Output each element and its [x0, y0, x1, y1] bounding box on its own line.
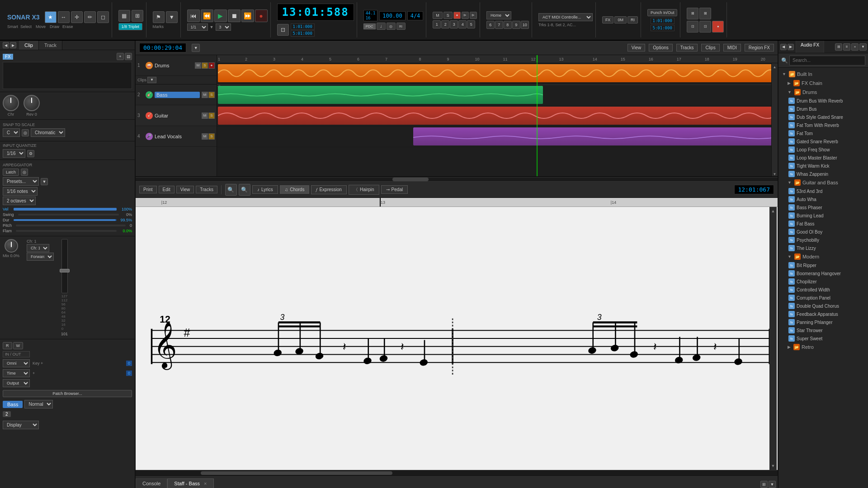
- arp-presets-arrow[interactable]: ▼: [41, 178, 48, 185]
- draw-tool-btn[interactable]: ✏: [84, 11, 96, 23]
- tab-clip[interactable]: Clip: [19, 41, 39, 50]
- fast-forward-btn[interactable]: ⏩: [241, 9, 254, 22]
- fx-btn[interactable]: FX: [602, 16, 614, 23]
- punch-inout-label[interactable]: Punch In/Out: [647, 9, 678, 16]
- vocals-clip[interactable]: [413, 127, 777, 145]
- staff-scroll-up[interactable]: ▲: [771, 209, 775, 213]
- plugin-controlled-width[interactable]: fx Controlled Width: [778, 286, 868, 294]
- plugin-auto-wha[interactable]: fx Auto Wha: [778, 195, 868, 203]
- left-nav-fwd[interactable]: ▶: [10, 42, 16, 48]
- plugin-fat-tom[interactable]: fx Fat Tom: [778, 129, 868, 137]
- track-num-5[interactable]: 5: [467, 20, 475, 28]
- plugin-the-lizzy[interactable]: fx The Lizzy: [778, 244, 868, 252]
- plugin-corruption-panel[interactable]: fx Corruption Panel: [778, 294, 868, 302]
- forward-select[interactable]: Forward: [27, 253, 54, 261]
- act-midi-select[interactable]: ACT MIDI Controlle...: [538, 13, 593, 21]
- staff-scroll-down[interactable]: ▼: [771, 464, 775, 468]
- rp-close-btn[interactable]: ×: [851, 43, 859, 51]
- bass-clip[interactable]: [218, 86, 543, 104]
- folder-drums[interactable]: ▼ 📂 Drums: [778, 88, 868, 97]
- hairpin-btn[interactable]: 〈 Hairpin: [349, 185, 379, 195]
- plugin-burning-lead[interactable]: fx Burning Lead: [778, 211, 868, 220]
- staff-scrollbar-h[interactable]: [136, 470, 778, 475]
- punch-ctrl-3[interactable]: ⊡: [687, 21, 698, 33]
- staff-v-scroll[interactable]: ▲ ▼: [769, 207, 777, 470]
- quantize-select[interactable]: 1/11/21/41/81/16: [187, 23, 208, 31]
- bass-s-btn[interactable]: S: [208, 92, 215, 98]
- ri-group-btn[interactable]: RI: [627, 16, 638, 23]
- drums-clip[interactable]: [218, 64, 777, 82]
- punch-ctrl-4[interactable]: ⊡: [699, 21, 711, 33]
- tracks-staff-btn[interactable]: Tracks: [196, 186, 217, 193]
- plugin-nav-fwd[interactable]: ▶: [788, 44, 794, 50]
- channel-select[interactable]: Ch: 1: [27, 244, 49, 252]
- print-btn[interactable]: Print: [139, 186, 157, 193]
- punch-ctrl-5[interactable]: ●: [712, 21, 724, 33]
- drums-s-btn[interactable]: S: [202, 62, 208, 69]
- loop-btn[interactable]: ⊡: [277, 24, 289, 36]
- rp-expand-btn[interactable]: ▼: [859, 43, 867, 51]
- pedal-btn[interactable]: ⊸ Pedal: [381, 185, 408, 194]
- vocals-m-btn[interactable]: M: [202, 133, 208, 140]
- pos-expand-btn[interactable]: ▼: [192, 44, 200, 52]
- om-btn[interactable]: 0M: [614, 16, 627, 23]
- rp-list-btn[interactable]: ≡: [843, 43, 850, 51]
- track-num-9[interactable]: 9: [512, 21, 520, 29]
- edit-btn[interactable]: Edit: [159, 186, 175, 193]
- guitar-clip[interactable]: [218, 107, 777, 125]
- punch-ctrl-2[interactable]: ⊠: [699, 8, 711, 19]
- swing-select[interactable]: 3: [216, 23, 231, 31]
- smart-tool-btn[interactable]: ★: [45, 11, 57, 23]
- display-select[interactable]: Display: [3, 421, 39, 429]
- plugin-search-input[interactable]: [789, 56, 865, 66]
- drums-r-btn[interactable]: ●: [208, 62, 215, 69]
- patch-browser-btn[interactable]: Patch Browser...: [3, 390, 132, 397]
- move-tool-btn[interactable]: ✛: [71, 11, 83, 23]
- guitar-s-btn[interactable]: S: [208, 113, 215, 119]
- lyrics-btn[interactable]: ♪ Lyrics: [252, 185, 278, 194]
- plugin-psychobilly[interactable]: fx Psychobilly: [778, 236, 868, 244]
- mix-knob[interactable]: [5, 239, 18, 253]
- home-select[interactable]: Home: [486, 11, 511, 19]
- zoom-in-btn[interactable]: 🔍: [225, 184, 237, 196]
- plugin-tight-warm-kick[interactable]: fx Tight Warm Kick: [778, 162, 868, 170]
- arp-notes-select[interactable]: 1/16 notes: [3, 187, 38, 196]
- rec-arm-btn[interactable]: ●: [453, 12, 461, 19]
- track-num-1[interactable]: 1: [433, 20, 441, 28]
- plugin-panning-phlanger[interactable]: fx Panning Phlanger: [778, 318, 868, 326]
- zoom-out-btn[interactable]: 🔍: [239, 184, 250, 196]
- track-num-6[interactable]: 6: [486, 21, 495, 29]
- tracks-btn[interactable]: Tracks: [676, 44, 698, 52]
- r-btn-io[interactable]: R: [3, 342, 12, 349]
- normal-select[interactable]: Normal: [24, 400, 53, 408]
- plugin-gated-snare-reverb[interactable]: fx Gated Snare Reverb: [778, 137, 868, 145]
- play-btn[interactable]: ▶: [214, 9, 227, 22]
- drums-m-btn[interactable]: M: [195, 62, 201, 69]
- tab-console[interactable]: Console: [136, 479, 167, 488]
- select-tool-btn[interactable]: ↔: [58, 11, 70, 23]
- plugin-fat-tom-reverb[interactable]: fx Fat Tom With Reverb: [778, 121, 868, 129]
- snap-grid-btn[interactable]: ▦: [118, 10, 130, 22]
- plugin-feedback-apparatus[interactable]: fx Feedback Apparatus: [778, 310, 868, 318]
- bass-m-btn[interactable]: M: [202, 92, 208, 98]
- track-num-2[interactable]: 2: [441, 20, 449, 28]
- ri-btn[interactable]: RI: [396, 23, 406, 30]
- region-fx-btn[interactable]: Region FX: [745, 44, 774, 52]
- rp-view-btn[interactable]: ⊞: [835, 43, 842, 51]
- w-btn-io[interactable]: W: [13, 342, 24, 349]
- plugin-loop-freq[interactable]: fx Loop Freq Show: [778, 145, 868, 154]
- tab-close-btn[interactable]: ×: [204, 481, 207, 486]
- erase-tool-btn[interactable]: ◻: [97, 11, 109, 23]
- expression-btn[interactable]: 𝑓 Expression: [311, 185, 346, 194]
- folder-retro[interactable]: ▶ 📂 Retro: [778, 343, 868, 352]
- quantize-value-select[interactable]: 1/16: [3, 149, 25, 158]
- options-btn[interactable]: Options: [649, 44, 672, 52]
- guitar-m-btn[interactable]: M: [202, 113, 208, 119]
- view-btn[interactable]: View: [627, 44, 646, 52]
- main-fader[interactable]: [61, 239, 68, 293]
- metronome-btn[interactable]: ♩: [377, 23, 386, 30]
- folder-modern[interactable]: ▼ 📂 Modern: [778, 252, 868, 261]
- folder-fx-chain[interactable]: ▶ 📂 FX Chain: [778, 79, 868, 88]
- tab-expand-btn[interactable]: ⊞: [760, 481, 768, 488]
- fx-add-btn[interactable]: +: [117, 53, 124, 60]
